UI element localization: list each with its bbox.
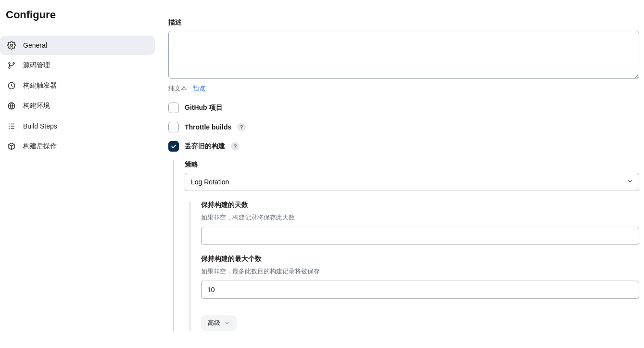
throttle-builds-checkbox[interactable] bbox=[168, 122, 179, 132]
advanced-button[interactable]: 高级 bbox=[201, 315, 237, 331]
sidebar-item-label: 构建后操作 bbox=[23, 142, 57, 151]
svg-point-2 bbox=[13, 63, 14, 64]
globe-icon bbox=[7, 101, 16, 111]
editor-mode-plain: 纯文本 bbox=[168, 85, 187, 92]
svg-point-1 bbox=[9, 63, 10, 64]
sidebar-item-build-steps[interactable]: Build Steps bbox=[0, 116, 155, 136]
page-title: Configure bbox=[0, 9, 159, 35]
clock-icon bbox=[7, 81, 16, 90]
sidebar-item-label: Build Steps bbox=[23, 122, 57, 130]
discard-old-builds-label: 丢弃旧的构建 bbox=[185, 142, 225, 151]
throttle-builds-label: Throttle builds bbox=[185, 123, 231, 131]
sidebar: Configure General 源码管理 构建触发器 构建环境 bbox=[0, 0, 159, 348]
keep-max-help: 如果非空，最多此数目的构建记录将被保存 bbox=[201, 267, 639, 276]
keep-days-input[interactable] bbox=[201, 227, 639, 245]
sidebar-item-post-build[interactable]: 构建后操作 bbox=[0, 137, 155, 156]
description-textarea[interactable] bbox=[168, 31, 639, 79]
advanced-label: 高级 bbox=[208, 319, 220, 327]
branch-icon bbox=[7, 61, 16, 70]
log-rotation-section: 保持构建的天数 如果非空，构建记录将保存此天数 保持构建的最大个数 如果非空，最… bbox=[189, 201, 639, 331]
main-content: 描述 纯文本 预览 GitHub 项目 Throttle builds ? 丢弃… bbox=[159, 0, 644, 348]
keep-days-help: 如果非空，构建记录将保存此天数 bbox=[201, 213, 639, 222]
svg-point-0 bbox=[11, 44, 13, 47]
steps-icon bbox=[7, 121, 16, 131]
sidebar-item-triggers[interactable]: 构建触发器 bbox=[0, 76, 155, 95]
sidebar-item-scm[interactable]: 源码管理 bbox=[0, 56, 155, 75]
keep-max-input[interactable] bbox=[201, 281, 639, 299]
keep-max-label: 保持构建的最大个数 bbox=[201, 255, 639, 263]
strategy-label: 策略 bbox=[185, 160, 639, 169]
sidebar-item-label: General bbox=[23, 41, 47, 49]
throttle-help-icon[interactable]: ? bbox=[237, 123, 246, 131]
editor-mode-preview-link[interactable]: 预览 bbox=[193, 85, 205, 92]
sidebar-item-label: 源码管理 bbox=[23, 61, 50, 70]
sidebar-item-general[interactable]: General bbox=[0, 36, 155, 55]
discard-help-icon[interactable]: ? bbox=[231, 142, 240, 151]
box-icon bbox=[7, 142, 16, 151]
discard-section: 策略 Log Rotation 保持构建的天数 如果非空，构建记录将保存此天数 bbox=[173, 160, 639, 331]
gear-icon bbox=[7, 40, 16, 50]
github-project-checkbox[interactable] bbox=[168, 103, 179, 113]
sidebar-item-label: 构建环境 bbox=[23, 102, 50, 110]
svg-point-3 bbox=[9, 67, 10, 68]
discard-old-builds-checkbox[interactable] bbox=[168, 141, 179, 152]
sidebar-item-environment[interactable]: 构建环境 bbox=[0, 96, 155, 116]
sidebar-item-label: 构建触发器 bbox=[23, 81, 57, 90]
strategy-select[interactable]: Log Rotation bbox=[185, 173, 639, 191]
chevron-down-icon bbox=[224, 320, 230, 326]
github-project-label: GitHub 项目 bbox=[185, 103, 223, 112]
keep-days-label: 保持构建的天数 bbox=[201, 201, 639, 209]
description-label: 描述 bbox=[168, 18, 639, 27]
